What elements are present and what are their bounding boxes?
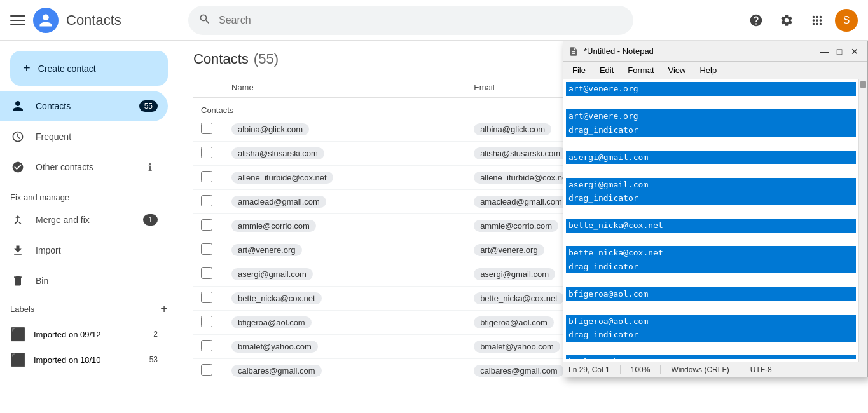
notepad-line-19 bbox=[566, 342, 856, 356]
notepad-line-17: bfigeroa@aol.com bbox=[566, 315, 856, 328]
checkbox-header bbox=[193, 78, 224, 98]
search-bar[interactable] bbox=[188, 6, 633, 35]
notepad-minimize-button[interactable]: — bbox=[816, 44, 832, 59]
email-chip-0: albina@glick.com bbox=[474, 123, 551, 135]
notepad-line-ending: Windows (CRLF) bbox=[671, 365, 729, 374]
notepad-line-6 bbox=[566, 164, 856, 178]
labels-title: Labels bbox=[10, 304, 160, 314]
sidebar-item-frequent[interactable]: Frequent bbox=[0, 121, 168, 152]
row-name-2: allene_iturbide@cox.net bbox=[224, 166, 466, 190]
sidebar-item-contacts[interactable]: Contacts 55 bbox=[0, 91, 168, 121]
row-checkbox-cell bbox=[193, 359, 224, 383]
notepad-line-0: art@venere.org bbox=[566, 82, 856, 96]
notepad-window: *Untitled - Notepad — □ ✕ File Edit Form… bbox=[563, 41, 868, 377]
info-icon: ℹ bbox=[142, 161, 158, 173]
row-name-5: art@venere.org bbox=[224, 238, 466, 262]
user-avatar[interactable]: S bbox=[835, 9, 858, 32]
row-checkbox-0[interactable] bbox=[201, 123, 212, 134]
app-logo bbox=[33, 8, 59, 33]
create-contact-button[interactable]: + Create contact bbox=[10, 51, 168, 86]
row-name-4: ammie@corrio.com bbox=[224, 214, 466, 238]
sidebar-item-other-contacts[interactable]: Other contacts ℹ bbox=[0, 152, 168, 182]
row-checkbox-cell bbox=[193, 311, 224, 335]
plus-icon: + bbox=[23, 61, 31, 76]
notepad-line-20: bmalet@yahoo.com bbox=[566, 355, 856, 359]
notepad-menubar: File Edit Format View Help bbox=[563, 62, 867, 79]
sidebar-item-bin[interactable]: Bin bbox=[0, 266, 168, 296]
notepad-menu-file[interactable]: File bbox=[566, 64, 592, 76]
row-checkbox-8[interactable] bbox=[201, 316, 212, 327]
row-checkbox-cell bbox=[193, 118, 224, 142]
row-checkbox-10[interactable] bbox=[201, 364, 212, 376]
app-title: Contacts bbox=[66, 12, 121, 29]
notepad-line-4 bbox=[566, 137, 856, 151]
row-name-7: bette_nicka@cox.net bbox=[224, 287, 466, 311]
name-chip-1: alisha@slusarski.com bbox=[231, 147, 324, 159]
label-item-2[interactable]: ⬛ Imported on 18/10 53 bbox=[0, 347, 168, 372]
labels-header: Labels + bbox=[0, 296, 178, 322]
notepad-line-8: drag_indicator bbox=[566, 191, 856, 205]
notepad-lines: art@venere.org art@venere.orgdrag_indica… bbox=[566, 82, 856, 359]
row-checkbox-2[interactable] bbox=[201, 171, 212, 182]
label-name-2: Imported on 18/10 bbox=[34, 355, 101, 365]
email-chip-7: bette_nicka@cox.net bbox=[474, 292, 564, 304]
row-checkbox-cell bbox=[193, 335, 224, 359]
row-checkbox-5[interactable] bbox=[201, 243, 212, 255]
email-chip-9: bmalet@yahoo.com bbox=[474, 341, 560, 353]
create-contact-label: Create contact bbox=[38, 64, 96, 74]
help-button[interactable] bbox=[743, 8, 769, 33]
search-input[interactable] bbox=[219, 15, 623, 26]
name-chip-2: allene_iturbide@cox.net bbox=[231, 172, 333, 184]
row-checkbox-6[interactable] bbox=[201, 267, 212, 279]
notepad-menu-format[interactable]: Format bbox=[621, 64, 660, 76]
name-chip-7: bette_nicka@cox.net bbox=[231, 292, 322, 304]
import-label: Import bbox=[36, 245, 158, 255]
contacts-nav-icon bbox=[10, 100, 25, 112]
row-checkbox-9[interactable] bbox=[201, 340, 212, 351]
contacts-nav-label: Contacts bbox=[36, 101, 129, 111]
notepad-line-7: asergi@gmail.com bbox=[566, 178, 856, 192]
notepad-line-2: art@venere.org bbox=[566, 109, 856, 123]
email-chip-2: allene_iturbide@cox.net bbox=[474, 172, 575, 184]
name-header: Name bbox=[224, 78, 466, 98]
name-chip-3: amaclead@gmail.com bbox=[231, 196, 326, 208]
main-area: + Create contact Contacts 55 Frequent Ot… bbox=[0, 41, 868, 413]
topbar-left: Contacts bbox=[10, 8, 188, 33]
add-label-button[interactable]: + bbox=[160, 302, 168, 316]
row-name-9: bmalet@yahoo.com bbox=[224, 335, 466, 359]
row-checkbox-4[interactable] bbox=[201, 219, 212, 231]
notepad-menu-edit[interactable]: Edit bbox=[593, 64, 620, 76]
name-chip-10: calbares@gmail.com bbox=[231, 365, 322, 377]
hamburger-button[interactable] bbox=[10, 13, 25, 28]
settings-button[interactable] bbox=[774, 8, 799, 33]
row-checkbox-7[interactable] bbox=[201, 292, 212, 303]
email-chip-8: bfigeroa@aol.com bbox=[474, 316, 554, 328]
contacts-logo-icon bbox=[38, 13, 53, 28]
notepad-menu-view[interactable]: View bbox=[662, 64, 692, 76]
other-contacts-label: Other contacts bbox=[36, 162, 132, 172]
email-chip-5: art@venere.org bbox=[474, 244, 544, 256]
notepad-line-18: drag_indicator bbox=[566, 328, 856, 342]
notepad-app-icon bbox=[568, 46, 579, 57]
sidebar-item-merge[interactable]: Merge and fix 1 bbox=[0, 205, 168, 235]
row-checkbox-cell bbox=[193, 262, 224, 287]
row-checkbox-cell bbox=[193, 190, 224, 214]
notepad-line-12: bette_nicka@cox.net bbox=[566, 246, 856, 260]
notepad-menu-help[interactable]: Help bbox=[693, 64, 723, 76]
apps-button[interactable] bbox=[804, 8, 830, 33]
email-chip-1: alisha@slusarski.com bbox=[474, 147, 567, 159]
notepad-scrollbar[interactable] bbox=[858, 79, 867, 362]
row-checkbox-3[interactable] bbox=[201, 195, 212, 207]
bin-label: Bin bbox=[36, 276, 158, 286]
notepad-text-area[interactable]: art@venere.org art@venere.orgdrag_indica… bbox=[563, 79, 858, 362]
label-item-1[interactable]: ⬛ Imported on 09/12 2 bbox=[0, 322, 168, 347]
bin-icon bbox=[10, 274, 25, 287]
frequent-label: Frequent bbox=[36, 132, 158, 142]
row-checkbox-1[interactable] bbox=[201, 147, 212, 158]
notepad-line-13: drag_indicator bbox=[566, 260, 856, 274]
notepad-close-button[interactable]: ✕ bbox=[847, 44, 862, 59]
sidebar-item-import[interactable]: Import bbox=[0, 235, 168, 266]
row-name-3: amaclead@gmail.com bbox=[224, 190, 466, 214]
notepad-maximize-button[interactable]: □ bbox=[832, 44, 847, 59]
name-chip-8: bfigeroa@aol.com bbox=[231, 316, 312, 328]
